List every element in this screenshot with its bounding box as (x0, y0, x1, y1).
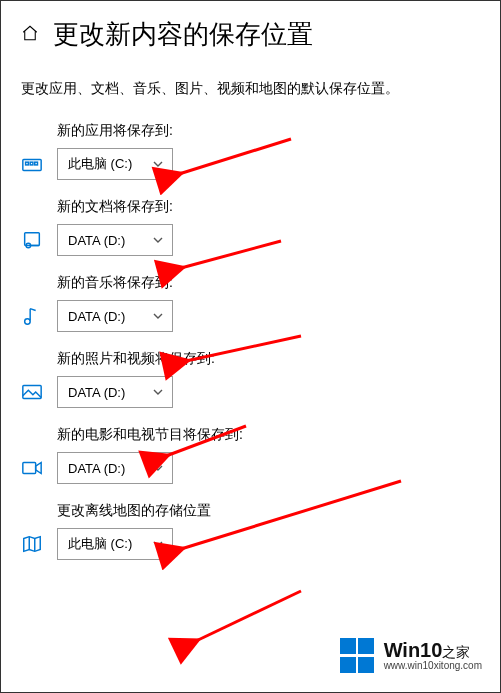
select-value: DATA (D:) (68, 461, 125, 476)
setting-label: 新的照片和视频将保存到: (57, 350, 480, 368)
chevron-down-icon (152, 234, 164, 246)
select-value: DATA (D:) (68, 233, 125, 248)
svg-line-15 (196, 591, 301, 641)
setting-documents: 新的文档将保存到: DATA (D:) (1, 180, 500, 256)
chevron-down-icon (152, 386, 164, 398)
maps-location-select[interactable]: 此电脑 (C:) (57, 528, 173, 560)
windows-logo-icon (340, 638, 376, 674)
documents-location-select[interactable]: DATA (D:) (57, 224, 173, 256)
setting-music: 新的音乐将保存到: DATA (D:) (1, 256, 500, 332)
page-title: 更改新内容的保存位置 (53, 17, 313, 52)
setting-label: 新的音乐将保存到: (57, 274, 480, 292)
chevron-down-icon (152, 538, 164, 550)
svg-point-7 (25, 319, 31, 325)
home-icon[interactable] (21, 24, 39, 46)
apps-location-select[interactable]: 此电脑 (C:) (57, 148, 173, 180)
svg-rect-1 (26, 162, 29, 165)
music-icon (21, 305, 43, 327)
select-value: DATA (D:) (68, 385, 125, 400)
select-value: 此电脑 (C:) (68, 155, 132, 173)
chevron-down-icon (152, 158, 164, 170)
chevron-down-icon (152, 462, 164, 474)
svg-rect-3 (35, 162, 38, 165)
watermark-brand: Win10之家 (384, 640, 482, 661)
svg-rect-9 (23, 463, 36, 474)
watermark: Win10之家 www.win10xitong.com (340, 638, 482, 674)
setting-photos: 新的照片和视频将保存到: DATA (D:) (1, 332, 500, 408)
page-subtitle: 更改应用、文档、音乐、图片、视频和地图的默认保存位置。 (1, 60, 500, 104)
music-location-select[interactable]: DATA (D:) (57, 300, 173, 332)
photos-icon (21, 381, 43, 403)
setting-apps: 新的应用将保存到: 此电脑 (C:) (1, 104, 500, 180)
svg-rect-2 (30, 162, 33, 165)
watermark-url: www.win10xitong.com (384, 661, 482, 672)
setting-maps: 更改离线地图的存储位置 此电脑 (C:) (1, 484, 500, 560)
maps-icon (21, 533, 43, 555)
select-value: 此电脑 (C:) (68, 535, 132, 553)
setting-movies: 新的电影和电视节目将保存到: DATA (D:) (1, 408, 500, 484)
setting-label: 更改离线地图的存储位置 (57, 502, 480, 520)
setting-label: 新的应用将保存到: (57, 122, 480, 140)
page-header: 更改新内容的保存位置 (1, 1, 500, 60)
setting-label: 新的文档将保存到: (57, 198, 480, 216)
photos-location-select[interactable]: DATA (D:) (57, 376, 173, 408)
setting-label: 新的电影和电视节目将保存到: (57, 426, 480, 444)
apps-icon (21, 153, 43, 175)
chevron-down-icon (152, 310, 164, 322)
documents-icon (21, 229, 43, 251)
movies-location-select[interactable]: DATA (D:) (57, 452, 173, 484)
movies-icon (21, 457, 43, 479)
select-value: DATA (D:) (68, 309, 125, 324)
